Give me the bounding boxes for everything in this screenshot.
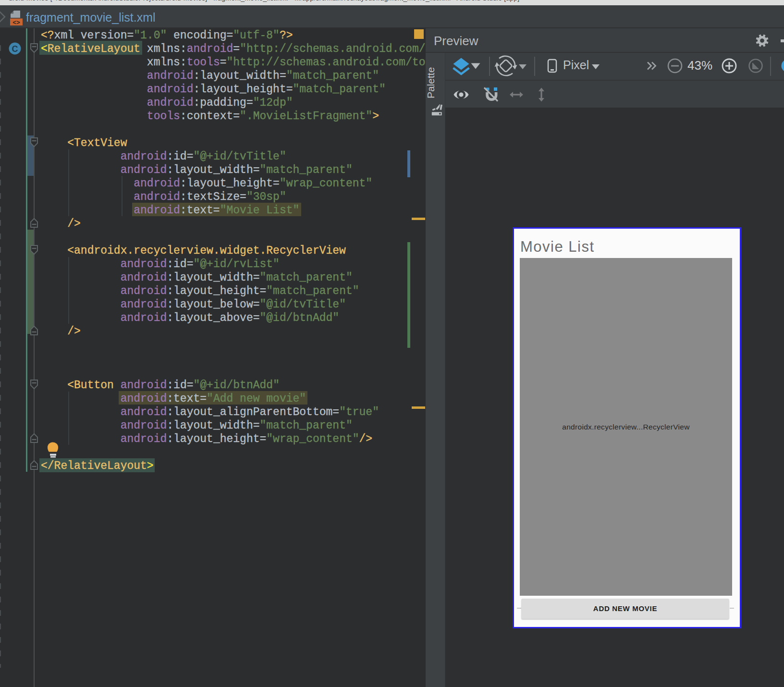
svg-text:<>: <> <box>12 19 20 26</box>
svg-text:C: C <box>12 44 18 54</box>
